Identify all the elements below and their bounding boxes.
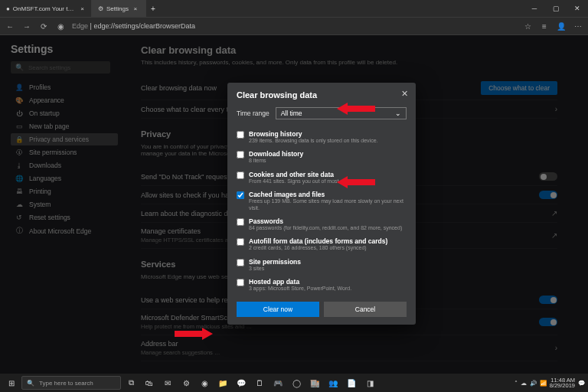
sidebar-item-profiles[interactable]: 👤Profiles: [11, 81, 118, 93]
taskbar: ⊞ 🔍 Type here to search ⧉ 🛍 ✉ ⚙ ◉ 📁 💬 🗒 …: [0, 374, 588, 392]
sidebar-item-printing[interactable]: 🖶Printing: [11, 185, 118, 198]
sidebar-item-system[interactable]: ☁System: [11, 198, 118, 211]
search-icon: 🔍: [27, 380, 34, 387]
close-icon[interactable]: ×: [80, 5, 85, 12]
menu-button[interactable]: ⋯: [573, 21, 583, 31]
external-link-icon: ↗: [551, 231, 557, 240]
option-passwords[interactable]: Passwords84 passwords (for fidelity.com,…: [237, 214, 407, 234]
tray-icon[interactable]: ☁: [521, 380, 527, 387]
dialog-close-button[interactable]: ✕: [401, 89, 408, 99]
sidebar-item-privacy-and-services[interactable]: 🔒Privacy and services: [11, 133, 118, 145]
taskbar-app[interactable]: ◯: [288, 374, 305, 391]
taskbar-app[interactable]: 🗒: [251, 374, 268, 391]
taskbar-app[interactable]: ◉: [196, 374, 213, 391]
option-checkbox[interactable]: [237, 238, 244, 246]
taskbar-app[interactable]: ⚙: [178, 374, 194, 391]
option-autofill-form-data-includes-forms-and-cards-[interactable]: Autofill form data (includes forms and c…: [237, 234, 407, 254]
taskbar-app[interactable]: 💬: [233, 374, 250, 391]
taskbar-app[interactable]: 🛍: [141, 374, 158, 391]
new-tab-button[interactable]: +: [146, 5, 160, 13]
sidebar-item-languages[interactable]: 🌐Languages: [11, 172, 118, 185]
option-hosted-app-data[interactable]: Hosted app data3 apps: Microsoft Store, …: [237, 275, 407, 295]
search-icon: 🔍: [15, 64, 24, 71]
clock[interactable]: 11:48 AM 8/29/2019: [550, 377, 575, 389]
option-desc: 239 items. Browsing data is only stored …: [249, 138, 377, 144]
option-title: Cached images and files: [249, 191, 407, 198]
window-controls: ─ ▢ ✕: [524, 0, 588, 17]
option-browsing-history[interactable]: Browsing history239 items. Browsing data…: [237, 127, 407, 147]
tray-icon[interactable]: 🔊: [530, 380, 537, 387]
sidebar-item-appearance[interactable]: 🎨Appearance: [11, 94, 118, 106]
sidebar-item-icon: 🌐: [15, 175, 23, 182]
close-icon[interactable]: ×: [132, 5, 139, 12]
clear-now-button[interactable]: Clear now: [237, 302, 319, 317]
option-checkbox[interactable]: [237, 218, 244, 226]
forward-button[interactable]: →: [21, 21, 32, 31]
option-desc: 3 apps: Microsoft Store, PowerPoint, Wor…: [249, 286, 351, 292]
notifications-button[interactable]: 💬: [578, 380, 585, 387]
taskbar-search[interactable]: 🔍 Type here to search: [21, 376, 121, 390]
address-bar: ← → ⟳ ◉ Edge | edge://settings/clearBrow…: [0, 17, 588, 35]
taskbar-app[interactable]: ✉: [159, 374, 176, 391]
maximize-button[interactable]: ▢: [545, 0, 567, 17]
favicon: ⚙: [98, 5, 103, 12]
taskbar-app[interactable]: ◨: [361, 374, 378, 391]
sidebar-item-new-tab-page[interactable]: ▭New tab page: [11, 120, 118, 132]
option-checkbox[interactable]: [237, 172, 244, 179]
sidebar-item-icon: ⭳: [15, 162, 23, 169]
dialog-buttons: Clear now Cancel: [237, 302, 407, 317]
option-cookies-and-other-site-data[interactable]: Cookies and other site dataFrom 441 site…: [237, 168, 407, 188]
favorite-button[interactable]: ☆: [522, 21, 533, 31]
taskbar-app[interactable]: 👥: [325, 374, 341, 391]
sidebar-item-reset-settings[interactable]: ↺Reset settings: [11, 211, 118, 224]
smartscreen-toggle[interactable]: [539, 318, 557, 326]
reload-button[interactable]: ⟳: [38, 21, 49, 31]
tray-icon[interactable]: 📶: [540, 380, 547, 387]
allow-sites-toggle[interactable]: [539, 191, 557, 199]
option-checkbox[interactable]: [237, 131, 244, 139]
start-button[interactable]: ⊞: [3, 374, 20, 391]
search-input[interactable]: [28, 64, 109, 71]
profile-button[interactable]: 👤: [556, 21, 567, 31]
option-site-permissions[interactable]: Site permissions3 sites: [237, 255, 407, 275]
option-checkbox[interactable]: [237, 191, 244, 199]
option-desc: 3 sites: [249, 266, 301, 272]
option-checkbox[interactable]: [237, 259, 244, 266]
taskbar-app[interactable]: 🎮: [270, 374, 286, 391]
back-button[interactable]: ←: [5, 21, 15, 31]
tab-settings[interactable]: ⚙ Settings ×: [92, 0, 146, 17]
taskbar-app[interactable]: 📄: [343, 374, 360, 391]
sidebar-item-icon: ▭: [15, 122, 23, 130]
sidebar-item-label: About Microsoft Edge: [29, 227, 91, 235]
sidebar-item-about-microsoft-edge[interactable]: ⓘAbout Microsoft Edge: [11, 224, 118, 238]
sidebar-item-on-startup[interactable]: ⏻On startup: [11, 107, 118, 119]
url-path: edge://settings/clearBrowserData: [93, 22, 195, 30]
choose-what-to-clear-button[interactable]: Choose what to clear: [481, 81, 557, 95]
sidebar-item-label: Downloads: [29, 162, 61, 169]
system-tray[interactable]: ˄ ☁ 🔊 📶 11:48 AM 8/29/2019 💬: [514, 377, 585, 389]
favorites-list-button[interactable]: ≡: [539, 21, 550, 31]
option-checkbox[interactable]: [237, 279, 244, 286]
taskbar-search-placeholder: Type here to search: [39, 380, 93, 387]
tray-icon[interactable]: ˄: [514, 380, 518, 387]
option-download-history[interactable]: Download history8 items: [237, 147, 407, 167]
svg-marker-2: [175, 328, 213, 340]
option-checkbox[interactable]: [237, 151, 244, 158]
task-view-button[interactable]: ⧉: [122, 374, 139, 391]
sidebar-item-site-permissions[interactable]: 🛈Site permissions: [11, 146, 118, 158]
web-service-toggle[interactable]: [539, 296, 557, 304]
sidebar-item-downloads[interactable]: ⭳Downloads: [11, 159, 118, 172]
taskbar-app[interactable]: 📁: [214, 374, 231, 391]
tab-onmsft[interactable]: ● OnMSFT.com Your top source f… ×: [0, 0, 92, 17]
settings-search[interactable]: 🔍: [11, 61, 110, 74]
cancel-button[interactable]: Cancel: [324, 302, 407, 317]
minimize-button[interactable]: ─: [524, 0, 545, 17]
tab-title: Settings: [106, 5, 129, 12]
sidebar-item-label: Privacy and services: [29, 136, 89, 143]
taskbar-app[interactable]: 🏬: [306, 374, 323, 391]
url-field[interactable]: Edge | edge://settings/clearBrowserData: [72, 22, 516, 30]
title-bar: ● OnMSFT.com Your top source f… × ⚙ Sett…: [0, 0, 588, 17]
dnt-toggle[interactable]: [539, 172, 557, 181]
option-cached-images-and-files[interactable]: Cached images and filesFrees up 139 MB. …: [237, 188, 407, 214]
close-button[interactable]: ✕: [567, 0, 588, 17]
